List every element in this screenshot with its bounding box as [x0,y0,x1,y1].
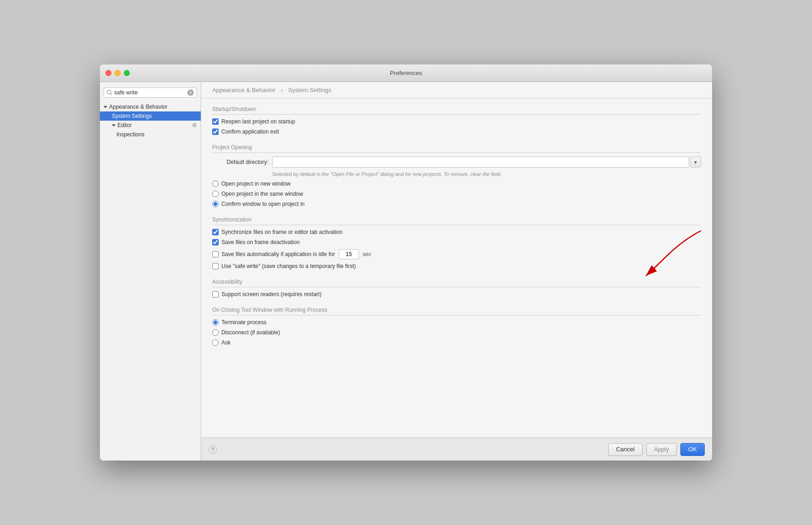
breadcrumb-part-2: System Settings [288,87,331,93]
row-terminate: Terminate process [212,319,701,326]
label-confirm-window[interactable]: Confirm window to open project in [212,201,305,207]
label-confirm-exit-text: Confirm application exit [221,128,279,135]
checkbox-save-deactivation[interactable] [212,239,219,245]
sidebar-group-appearance[interactable]: Appearance & Behavior [100,102,201,111]
preferences-window: Preferences ✕ Appearance & Behavior [100,64,712,461]
sidebar-item-inspections-label: Inspections [116,131,145,138]
sidebar-section-appearance: Appearance & Behavior System Settings Ed… [100,101,201,140]
radio-disconnect[interactable] [212,329,219,336]
idle-seconds-input[interactable] [339,249,359,259]
row-confirm-exit: Confirm application exit [212,128,701,135]
section-startup: Startup/Shutdown Reopen last project on … [212,106,701,135]
search-input[interactable] [114,89,186,96]
traffic-lights [105,70,130,76]
breadcrumb-part-1: Appearance & Behavior [212,87,275,93]
label-save-idle-text: Save files automatically if application … [221,251,335,257]
label-screen-readers-text: Support screen readers (requires restart… [221,291,321,298]
row-confirm-window: Confirm window to open project in [212,201,701,207]
search-box[interactable]: ✕ [104,88,197,98]
search-clear-button[interactable]: ✕ [187,89,194,96]
dir-browse-button[interactable]: ▼ [690,157,701,168]
row-new-window: Open project in new window [212,181,701,187]
help-button[interactable]: ? [209,445,217,454]
section-sync-header: Synchronization [212,216,701,225]
label-safe-write[interactable]: Use "safe write" (save changes to a temp… [212,263,356,269]
apply-button[interactable]: Apply [646,443,677,456]
label-sync-files[interactable]: Synchronize files on frame or editor tab… [212,229,342,235]
radio-same-window[interactable] [212,191,219,197]
minimize-button[interactable] [115,70,121,76]
cancel-button[interactable]: Cancel [608,443,642,456]
checkbox-save-idle[interactable] [212,251,219,257]
section-on-closing: On Closing Tool Window with Running Proc… [212,307,701,346]
breadcrumb: Appearance & Behavior › System Settings [201,82,712,99]
label-reopen[interactable]: Reopen last project on startup [212,118,295,125]
label-terminate-text: Terminate process [221,319,267,326]
section-synchronization: Synchronization Synchronize files on fra… [212,216,701,269]
label-reopen-text: Reopen last project on startup [221,118,295,125]
label-save-deactivation[interactable]: Save files on frame deactivation [212,239,300,245]
default-dir-row: Default directory: ▼ [212,157,701,168]
ok-button[interactable]: OK [680,443,705,456]
label-new-window-text: Open project in new window [221,181,290,187]
label-sync-files-text: Synchronize files on frame or editor tab… [221,229,342,235]
editor-collapse-icon [112,124,116,127]
section-startup-header: Startup/Shutdown [212,106,701,115]
label-same-window[interactable]: Open project in the same window [212,191,303,197]
row-sync-files: Synchronize files on frame or editor tab… [212,229,701,235]
label-disconnect-text: Disconnect (if available) [221,329,280,336]
dir-label: Default directory: [212,159,272,165]
radio-new-window[interactable] [212,181,219,187]
section-on-closing-header: On Closing Tool Window with Running Proc… [212,307,701,315]
sidebar-item-inspections[interactable]: Inspections [100,130,201,139]
row-disconnect: Disconnect (if available) [212,329,701,336]
sidebar-item-system-settings[interactable]: System Settings [100,111,201,121]
row-screen-readers: Support screen readers (requires restart… [212,291,701,298]
maximize-button[interactable] [124,70,130,76]
radio-confirm-window[interactable] [212,201,219,207]
section-accessibility-header: Accessibility [212,279,701,287]
section-project-opening-header: Project Opening [212,144,701,153]
label-terminate[interactable]: Terminate process [212,319,267,326]
dir-input[interactable] [272,157,689,168]
collapse-icon [104,106,107,108]
helper-text: Selected by default in the "Open File or… [272,171,701,177]
label-confirm-exit[interactable]: Confirm application exit [212,128,279,135]
svg-point-0 [107,90,111,94]
label-save-idle[interactable]: Save files automatically if application … [212,251,335,257]
radio-ask[interactable] [212,339,219,346]
checkbox-confirm-exit[interactable] [212,128,219,135]
label-same-window-text: Open project in the same window [221,191,303,197]
label-new-window[interactable]: Open project in new window [212,181,290,187]
row-save-idle: Save files automatically if application … [212,249,701,259]
label-ask[interactable]: Ask [212,339,231,346]
close-button[interactable] [105,70,111,76]
row-save-deactivation: Save files on frame deactivation [212,239,701,245]
row-ask: Ask [212,339,701,346]
section-accessibility: Accessibility Support screen readers (re… [212,279,701,298]
footer: ? Cancel Apply OK [201,438,712,461]
row-safe-write: Use "safe write" (save changes to a temp… [212,263,701,269]
checkbox-sync-files[interactable] [212,229,219,235]
label-ask-text: Ask [221,339,231,346]
label-safe-write-text: Use "safe write" (save changes to a temp… [221,263,356,269]
label-confirm-window-text: Confirm window to open project in [221,201,305,207]
titlebar: Preferences [100,64,712,82]
search-icon [107,90,112,95]
sidebar-group-editor[interactable]: Editor ⚙ [100,121,201,130]
radio-terminate[interactable] [212,319,219,326]
checkbox-reopen[interactable] [212,118,219,125]
content-area: ✕ Appearance & Behavior System Settings … [100,82,712,461]
label-disconnect[interactable]: Disconnect (if available) [212,329,280,336]
sidebar-item-label: System Settings [112,113,152,119]
sidebar-group-label: Appearance & Behavior [109,104,168,110]
sidebar: ✕ Appearance & Behavior System Settings … [100,82,201,461]
idle-unit-label: sec [363,251,371,257]
checkbox-safe-write[interactable] [212,263,219,269]
settings-body: Startup/Shutdown Reopen last project on … [201,99,712,438]
main-content: Appearance & Behavior › System Settings … [201,82,712,461]
label-screen-readers[interactable]: Support screen readers (requires restart… [212,291,321,298]
row-reopen: Reopen last project on startup [212,118,701,125]
svg-line-1 [111,94,112,95]
checkbox-screen-readers[interactable] [212,291,219,298]
